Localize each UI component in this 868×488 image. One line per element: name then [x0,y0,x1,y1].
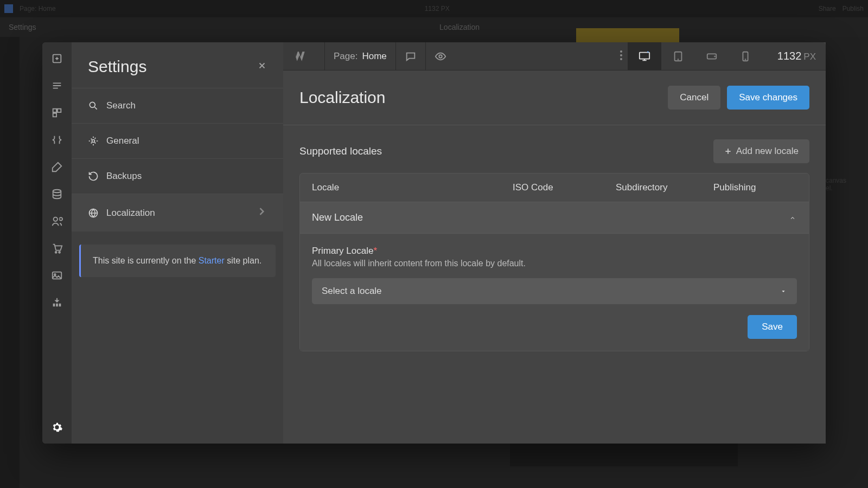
svg-point-7 [59,252,60,253]
webflow-logo-icon [293,49,307,63]
backup-icon [88,171,99,182]
svg-point-14 [620,50,622,53]
supported-locales-label: Supported locales [299,145,382,157]
page-title: Localization [299,88,385,107]
close-icon[interactable] [257,60,267,74]
comment-icon[interactable] [405,50,417,62]
primary-locale-help: All locales will inherit content from th… [312,259,797,268]
background-topbar: Page: Home 1132 PX Share Publish [0,0,868,17]
sidebar-title: Settings [88,57,146,76]
svg-rect-17 [640,52,649,59]
viewport-desktop-button[interactable] [628,42,661,70]
chevron-down-icon [780,286,787,297]
sidebar-item-label: Search [106,100,136,111]
svg-point-13 [439,55,442,58]
styles-icon[interactable] [50,160,63,174]
table-header-locale: Locale [312,182,513,193]
table-header-subdirectory: Subdirectory [616,182,713,193]
main-header: Localization Cancel Save changes [283,70,826,125]
svg-point-10 [90,102,95,107]
table-header-publishing: Publishing [713,182,797,193]
svg-point-21 [714,56,715,56]
svg-point-19 [678,59,678,60]
sidebar-item-general[interactable]: General [72,123,283,158]
sidebar-item-localization[interactable]: Localization [72,194,283,232]
main-topbar: Page: Home 1132PX [283,42,826,70]
svg-point-16 [620,58,622,60]
webflow-logo-icon [4,4,13,13]
svg-rect-1 [53,109,56,112]
components-icon[interactable] [50,106,63,119]
primary-locale-label: Primary Locale* [312,246,797,256]
viewport-landscape-button[interactable] [695,42,729,70]
sidebar-item-backups[interactable]: Backups [72,158,283,194]
apps-icon[interactable] [50,296,63,309]
locale-select[interactable]: Select a locale [312,278,797,304]
viewport-phone-button[interactable] [729,42,762,70]
ecommerce-icon[interactable] [50,242,63,255]
viewport-width-display: 1132PX [777,50,816,62]
assets-icon[interactable] [50,269,63,282]
background-second-bar: Settings Localization [0,17,868,37]
cancel-button[interactable]: Cancel [668,86,720,110]
preview-icon[interactable] [435,50,446,62]
svg-point-4 [53,190,61,193]
plus-icon [724,147,732,155]
cms-icon[interactable] [50,188,63,201]
sidebar-item-search[interactable]: Search [72,88,283,123]
main-content: Page: Home 1132PX Localization [283,42,826,444]
starter-plan-link[interactable]: Starter [199,256,225,265]
sidebar-item-label: Localization [106,208,155,219]
svg-point-6 [55,252,57,253]
svg-point-23 [745,59,745,60]
icon-rail [42,42,72,444]
add-icon[interactable] [50,52,63,65]
more-menu-icon[interactable] [615,50,628,62]
save-changes-button[interactable]: Save changes [727,86,809,110]
locales-table: Locale ISO Code Subdirectory Publishing … [299,173,809,351]
sidebar-item-label: General [106,136,139,146]
settings-sidebar: Settings Search General Backups Localiza… [72,42,283,444]
settings-modal: Settings Search General Backups Localiza… [42,42,826,444]
users-icon[interactable] [50,215,63,228]
gear-icon [88,136,99,146]
new-locale-form: Primary Locale* All locales will inherit… [300,233,809,351]
svg-point-11 [92,140,95,143]
sidebar-item-label: Backups [106,171,142,182]
table-header-iso: ISO Code [513,182,616,193]
svg-rect-2 [58,109,61,112]
svg-rect-3 [53,113,56,117]
add-locale-button[interactable]: Add new locale [713,139,809,163]
search-icon [88,100,99,111]
settings-icon[interactable] [50,421,63,434]
new-locale-row[interactable]: New Locale [300,202,809,233]
svg-point-15 [620,54,622,56]
plan-notice: This site is currently on the Starter si… [79,245,276,277]
svg-point-5 [54,217,58,221]
page-indicator[interactable]: Page: Home [334,51,387,62]
chevron-right-icon [256,206,267,220]
save-locale-button[interactable]: Save [748,315,797,339]
globe-icon [88,208,99,219]
viewport-tablet-button[interactable] [661,42,695,70]
pages-icon[interactable] [50,79,63,92]
variables-icon[interactable] [50,133,63,146]
chevron-up-icon [788,213,797,223]
